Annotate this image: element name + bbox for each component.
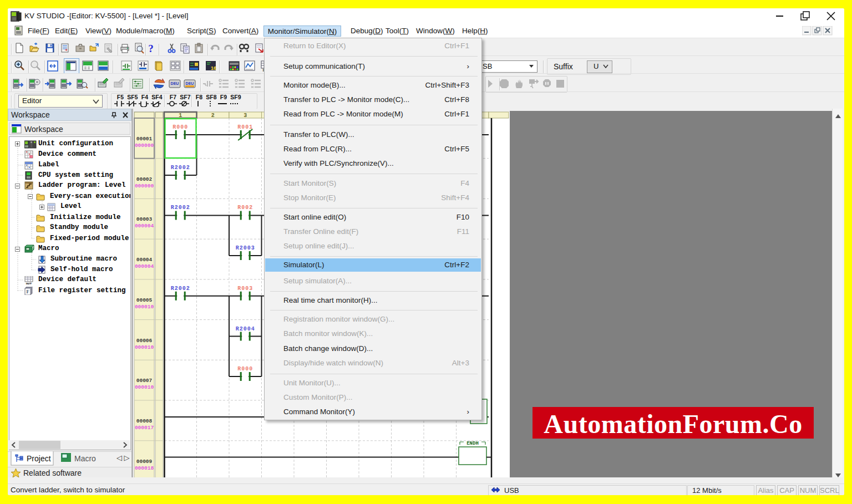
svg-text:000000: 000000 — [135, 183, 154, 189]
svg-text:000004: 000004 — [135, 263, 154, 269]
svg-text:R2002: R2002 — [171, 286, 190, 292]
svg-text:R003: R003 — [237, 286, 253, 292]
svg-text:000010: 000010 — [135, 304, 154, 310]
svg-text:00009: 00009 — [136, 459, 153, 465]
svg-text:000004: 000004 — [135, 223, 154, 229]
svg-text:R000: R000 — [173, 124, 188, 130]
svg-text:3: 3 — [244, 113, 247, 119]
svg-text:R002: R002 — [237, 205, 253, 211]
svg-text:1: 1 — [179, 113, 182, 119]
svg-text:R001: R001 — [237, 124, 253, 130]
svg-text:DEU: DEU — [186, 82, 194, 85]
svg-text:00001: 00001 — [136, 136, 153, 142]
svg-text:ENDH: ENDH — [466, 441, 479, 446]
svg-text:000017: 000017 — [135, 425, 154, 431]
svg-text:F: F — [27, 289, 29, 294]
svg-text:R2003: R2003 — [236, 245, 255, 251]
svg-text:R2002: R2002 — [171, 205, 190, 211]
svg-text:00007: 00007 — [136, 378, 153, 384]
svg-text:00008: 00008 — [136, 418, 153, 424]
svg-text:00004: 00004 — [136, 257, 153, 263]
svg-text:00002: 00002 — [136, 176, 153, 182]
svg-text:R2004: R2004 — [236, 326, 255, 332]
svg-text:00003: 00003 — [136, 216, 153, 222]
svg-text:R000: R000 — [237, 366, 253, 372]
svg-text:00005: 00005 — [136, 297, 153, 303]
svg-text:000018: 000018 — [135, 465, 154, 471]
svg-text:2: 2 — [211, 113, 215, 119]
svg-text:000010: 000010 — [135, 384, 154, 390]
svg-text:00006: 00006 — [136, 338, 153, 344]
svg-text:DEU: DEU — [171, 82, 179, 85]
svg-text:000010: 000010 — [135, 344, 154, 350]
svg-text:R2002: R2002 — [171, 165, 190, 171]
svg-text:16: 16 — [211, 65, 216, 71]
svg-text:?: ? — [148, 43, 154, 54]
svg-text:000000: 000000 — [135, 142, 154, 149]
svg-text:INIT: INIT — [26, 282, 32, 285]
